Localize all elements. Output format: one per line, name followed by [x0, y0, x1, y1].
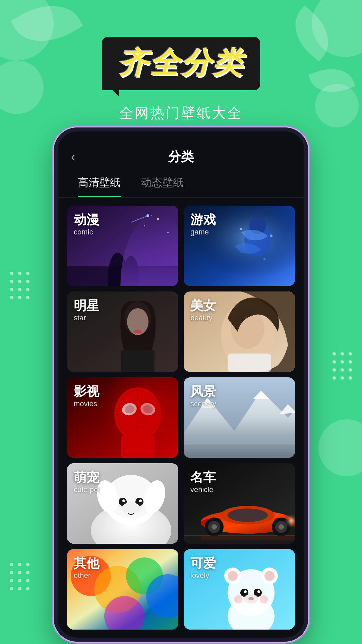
category-grid: 动漫 comic — [58, 198, 304, 638]
category-comic[interactable]: 动漫 comic — [67, 206, 178, 286]
pet-label: 萌宠 cute pet — [74, 470, 100, 494]
hero-badge: 齐全分类 — [102, 37, 260, 90]
screen-header: ‹ 分类 — [58, 131, 304, 165]
svg-point-8 — [123, 256, 139, 286]
scenery-label: 风景 scenery — [190, 384, 216, 408]
category-game[interactable]: 游戏 game — [184, 206, 295, 286]
svg-point-82 — [264, 571, 275, 581]
svg-point-2 — [144, 225, 145, 226]
hero-subtitle: 全网热门壁纸大全 — [0, 104, 362, 122]
svg-point-90 — [260, 595, 268, 603]
svg-point-64 — [212, 524, 217, 530]
phone-mockup: ‹ 分类 高清壁纸 动态壁纸 — [54, 127, 308, 642]
dot-grid-decoration — [10, 272, 29, 299]
hero-section: 齐全分类 全网热门壁纸大全 — [0, 0, 362, 122]
svg-point-53 — [139, 499, 142, 502]
comic-label: 动漫 comic — [74, 212, 99, 236]
dot-grid-decoration — [333, 352, 352, 380]
svg-rect-9 — [67, 266, 178, 286]
svg-rect-43 — [184, 434, 295, 444]
svg-point-35 — [123, 404, 135, 415]
svg-rect-69 — [201, 535, 295, 540]
svg-point-3 — [167, 232, 169, 233]
svg-point-33 — [121, 401, 138, 417]
game-label: 游戏 game — [190, 212, 216, 236]
svg-point-16 — [263, 258, 265, 260]
star-label: 明星 star — [74, 298, 99, 322]
svg-point-61 — [228, 508, 268, 522]
category-movies[interactable]: 影视 movies — [67, 377, 178, 458]
svg-rect-26 — [228, 354, 271, 372]
back-button[interactable]: ‹ — [71, 150, 75, 164]
svg-rect-22 — [121, 350, 155, 372]
svg-point-15 — [270, 234, 273, 237]
svg-point-52 — [122, 499, 125, 502]
phone-frame: ‹ 分类 高清壁纸 动态壁纸 — [54, 127, 308, 642]
beauty-label: 美女 beauty — [190, 298, 216, 322]
tab-hd-wallpaper[interactable]: 高清壁纸 — [78, 175, 121, 197]
svg-point-6 — [146, 214, 149, 217]
category-star[interactable]: 明星 star — [67, 291, 178, 372]
svg-point-34 — [139, 401, 157, 417]
vehicle-label: 名车 vehicle — [190, 470, 216, 494]
category-other[interactable]: 其他 other — [67, 549, 178, 630]
lovely-label: 可爱 lovely — [190, 556, 216, 580]
svg-point-85 — [244, 590, 247, 593]
phone-screen: ‹ 分类 高清壁纸 动态壁纸 — [58, 131, 304, 638]
tab-live-wallpaper[interactable]: 动态壁纸 — [141, 175, 184, 197]
svg-point-21 — [134, 330, 142, 333]
category-lovely[interactable]: 可爱 lovely — [184, 549, 295, 630]
svg-point-81 — [228, 571, 238, 581]
hero-title: 齐全分类 — [118, 46, 244, 79]
category-vehicle[interactable]: 名车 vehicle — [184, 463, 295, 544]
svg-point-89 — [234, 595, 242, 603]
svg-point-88 — [244, 594, 258, 603]
movies-label: 影视 movies — [74, 384, 99, 408]
svg-point-28 — [114, 387, 161, 441]
svg-point-31 — [126, 401, 149, 428]
svg-rect-37 — [121, 436, 155, 458]
svg-point-67 — [279, 524, 284, 530]
tab-bar: 高清壁纸 动态壁纸 — [58, 165, 304, 198]
svg-point-14 — [240, 228, 242, 230]
screen-title: 分类 — [168, 148, 194, 165]
category-pet[interactable]: 萌宠 cute pet — [67, 463, 178, 544]
svg-point-55 — [122, 502, 140, 515]
svg-point-86 — [257, 590, 260, 593]
svg-point-4 — [151, 215, 152, 216]
bg-decoration — [318, 419, 362, 476]
svg-point-1 — [157, 218, 159, 220]
category-beauty[interactable]: 美女 beauty — [184, 291, 295, 372]
svg-point-36 — [142, 404, 154, 415]
svg-point-32 — [118, 391, 158, 438]
other-label: 其他 other — [74, 556, 99, 580]
category-scenery[interactable]: 风景 scenery — [184, 377, 295, 458]
dot-grid-decoration — [10, 563, 29, 590]
